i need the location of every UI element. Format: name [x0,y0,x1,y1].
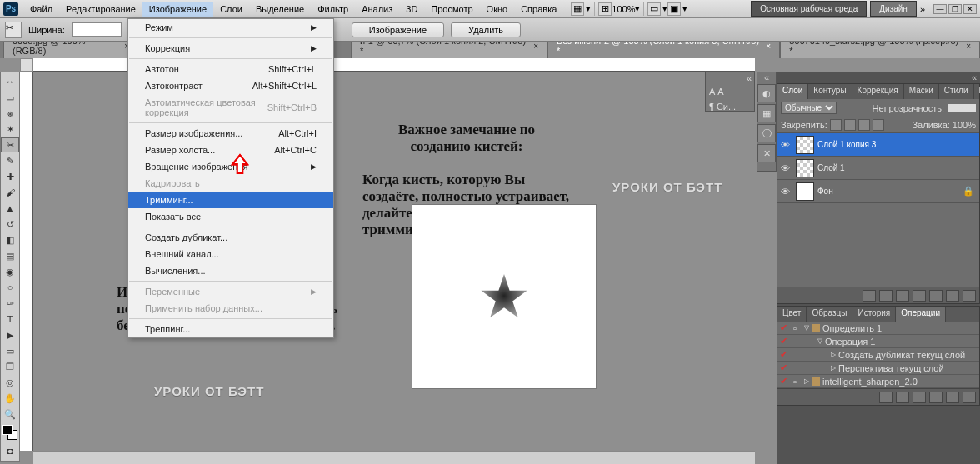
menu-filter[interactable]: Фильтр [311,2,355,17]
dodge-tool-icon[interactable]: ○ [1,280,19,295]
width-input[interactable] [72,22,122,37]
layer-thumbnail[interactable] [796,136,814,154]
scrollbar-horizontal[interactable] [33,451,755,464]
adjustment-layer-icon[interactable] [912,290,926,302]
workspace-main-button[interactable]: Основная рабочая среда [751,1,867,17]
lock-pixels-icon[interactable] [844,119,856,131]
menu-window[interactable]: Окно [480,2,515,17]
group-icon[interactable] [929,290,942,302]
layer-thumbnail[interactable] [796,182,814,201]
window-close-icon[interactable]: ✕ [963,4,977,14]
screen-mode-icon[interactable]: ▣▾ [668,2,688,16]
adjustments-icon[interactable]: ◐ [758,84,776,102]
tab-history[interactable]: История [852,307,896,322]
menu-help[interactable]: Справка [514,2,563,17]
tab-layers[interactable]: Слои [778,84,808,99]
tab-paths[interactable]: Контуры [808,84,852,99]
menu-item-размер-изображения-[interactable]: Размер изображения...Alt+Ctrl+I [128,125,333,142]
layer-row[interactable]: 👁 Слой 1 копия 3 [778,133,979,157]
close-tab-icon[interactable]: × [533,42,538,51]
tab-adjust[interactable]: Коррекция [852,84,904,99]
collapsed-panel-group[interactable]: « AА ¶Си... [705,72,755,112]
layer-row[interactable]: 👁 Слой 1 [778,157,979,180]
lock-all-icon[interactable] [872,119,884,131]
menu-file[interactable]: Файл [23,2,59,17]
pen-tool-icon[interactable]: ✑ [1,296,19,311]
eyedropper-tool-icon[interactable]: ✎ [1,153,19,168]
close-tab-icon[interactable]: × [766,42,771,51]
color-swatch[interactable] [2,425,18,440]
launch-bridge[interactable]: ▦▾ [571,2,591,16]
delete-action-icon[interactable] [962,392,976,403]
document-tab[interactable]: 56670149_stars2.jpg @ 100% (Гр.сер./8) *… [780,42,980,58]
document-tab[interactable]: и-1 @ 66,7% (Слой 1 копия 2, CMYK/8) *× [351,42,548,58]
info-icon[interactable]: ⓘ [758,124,776,142]
delete-layer-icon[interactable] [962,290,976,302]
action-row[interactable]: ✔▷Перспектива текущ слой [778,362,979,375]
action-row[interactable]: ✔▷Создать дубликат текущ слой [778,348,979,362]
window-restore-icon[interactable]: ❐ [948,4,962,14]
type-tool-icon[interactable]: T [1,312,19,327]
menu-3d[interactable]: 3D [399,2,424,17]
tab-swatches[interactable]: Образцы [807,307,852,322]
new-layer-icon[interactable] [946,290,959,302]
document-tab[interactable]: 0008.jpg @ 100% (RGB/8)× [3,42,138,58]
healing-tool-icon[interactable]: ✚ [1,169,19,184]
layer-thumbnail[interactable] [796,159,814,177]
new-action-icon[interactable] [946,392,959,403]
character-panel-icon[interactable]: A [709,87,715,97]
blend-mode-select[interactable]: Обычные [781,102,837,114]
visibility-icon[interactable]: 👁 [778,187,792,197]
arrange-icon[interactable]: ▭▾ [648,2,668,16]
visibility-icon[interactable]: 👁 [778,140,792,150]
document-tab[interactable]: Без имени-2 @ 100% (Слой 1 копия 3, CMYK… [548,42,780,58]
quickmask-icon[interactable]: ◘ [1,443,19,458]
tab-channels[interactable]: Каналы [974,84,980,99]
brush-tool-icon[interactable]: 🖌 [1,185,19,200]
opacity-field[interactable]: 100% [948,104,976,112]
quick-select-tool-icon[interactable]: ✶ [1,122,19,137]
visibility-icon[interactable]: 👁 [778,163,792,173]
camera-tool-icon[interactable]: ◎ [1,375,19,390]
crop-tool-preset-icon[interactable]: ✂ [5,22,22,38]
action-row[interactable]: ✔▽Операция 1 [778,335,979,348]
move-tool-icon[interactable]: ↔ [1,74,19,89]
menu-item-автоконтраст[interactable]: АвтоконтрастAlt+Shift+Ctrl+L [128,77,333,94]
blur-tool-icon[interactable]: ◉ [1,264,19,279]
menu-item-режим[interactable]: Режим▶ [128,19,333,36]
menu-item-коррекция[interactable]: Коррекция▶ [128,40,333,57]
gradient-tool-icon[interactable]: ▤ [1,248,19,263]
fx-icon[interactable] [879,290,892,302]
mask-icon[interactable] [896,290,909,302]
stop-icon[interactable] [879,392,892,403]
menu-analysis[interactable]: Анализ [355,2,399,17]
action-row[interactable]: ✔▫▽Определить 1 [778,322,979,335]
workspace-design-button[interactable]: Дизайн [870,1,917,17]
workspace-more-icon[interactable]: » [920,4,925,14]
window-minimize-icon[interactable]: — [933,4,947,14]
play-icon[interactable] [912,392,926,403]
menu-item-создать-дубликат-[interactable]: Создать дубликат... [128,229,333,246]
clear-button[interactable]: Удалить [451,22,521,37]
menu-item-тримминг-[interactable]: Тримминг... [128,192,333,208]
fill-field[interactable]: 100% [952,120,976,130]
menu-item-внешний-канал-[interactable]: Внешний канал... [128,246,333,262]
history-brush-tool-icon[interactable]: ↺ [1,217,19,232]
document-canvas[interactable] [412,205,596,388]
link-layers-icon[interactable] [862,290,876,302]
crop-tool-icon[interactable]: ✂ [1,137,19,152]
new-set-icon[interactable] [929,392,942,403]
record-icon[interactable] [896,392,909,403]
menu-layers[interactable]: Слои [213,2,249,17]
tab-color[interactable]: Цвет [778,307,807,322]
front-image-button[interactable]: Изображение [352,22,444,37]
lock-transparent-icon[interactable] [830,119,842,131]
menu-view[interactable]: Просмотр [424,2,479,17]
shape-tool-icon[interactable]: ▭ [1,343,19,358]
menu-item-вычисления-[interactable]: Вычисления... [128,262,333,279]
navigator-icon[interactable]: ▦ [758,104,776,122]
tab-styles[interactable]: Стили [939,84,974,99]
zoom-tool-icon[interactable]: ⊞ [598,2,612,16]
settings-icon[interactable]: ✕ [758,144,776,162]
menu-item-показать-все[interactable]: Показать все [128,208,333,225]
